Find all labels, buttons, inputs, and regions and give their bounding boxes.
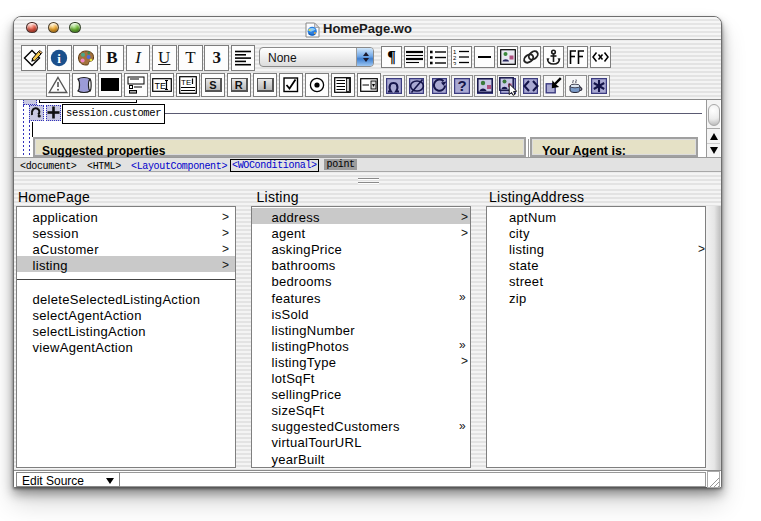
svg-text:i: i: [58, 50, 62, 65]
svg-text:3: 3: [453, 61, 457, 66]
svg-text:TE: TE: [154, 80, 166, 90]
svg-text:TE: TE: [181, 78, 191, 87]
